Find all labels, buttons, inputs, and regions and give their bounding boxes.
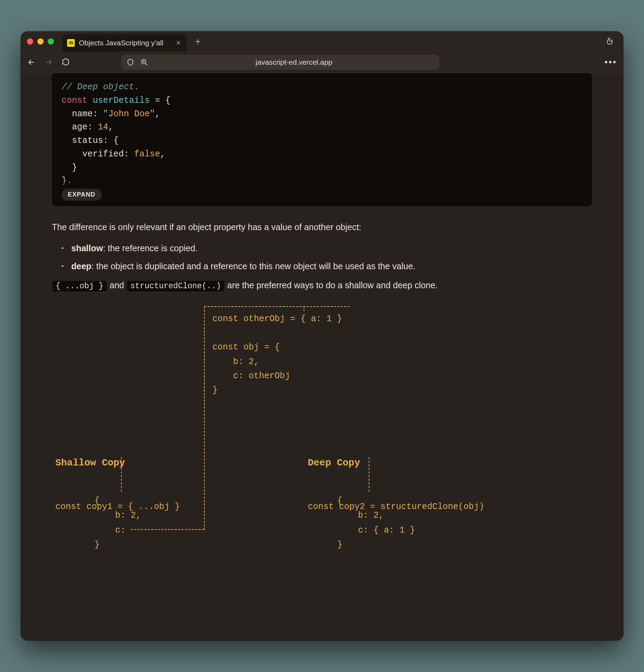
bullet-label: shallow <box>71 243 103 253</box>
new-tab-button[interactable]: + <box>192 36 204 47</box>
code-prop: verified: <box>62 149 134 159</box>
paragraph: { ...obj } and structuredClone(..) are t… <box>52 279 592 292</box>
fullscreen-window-button[interactable] <box>48 38 54 45</box>
favicon-js-icon: JS <box>67 39 75 47</box>
bullet-list: shallow: the reference is copied. deep: … <box>62 242 592 273</box>
page-content: // Deep object. const userDetails = { na… <box>21 73 623 641</box>
browser-window: JS Objects JavaScripting y'all × + <box>21 31 623 641</box>
back-button[interactable] <box>27 58 36 67</box>
diagram-source-code: const otherObj = { a: 1 } const obj = { … <box>204 306 350 402</box>
code-punc: }. <box>62 176 72 186</box>
zoom-icon[interactable] <box>140 58 148 66</box>
list-item: deep: the object is duplicated and a ref… <box>62 260 592 273</box>
list-item: shallow: the reference is copied. <box>62 242 592 255</box>
clone-diagram: const otherObj = { a: 1 } const obj = { … <box>52 302 592 544</box>
diagram-shallow-title: Shallow Copy <box>55 455 180 471</box>
toolbar: javascript-ed.vercel.app ••• <box>21 52 623 73</box>
shield-icon[interactable] <box>127 58 134 66</box>
text-and: and <box>107 280 127 290</box>
flame-icon[interactable] <box>606 36 614 47</box>
inline-code-structured-clone: structuredClone(..) <box>127 280 225 292</box>
code-punc: , <box>155 109 160 119</box>
code-block: // Deep object. const userDetails = { na… <box>52 73 592 206</box>
diagram-connector <box>204 306 205 530</box>
minimize-window-button[interactable] <box>37 38 44 45</box>
close-tab-button[interactable]: × <box>176 38 181 47</box>
diagram-deep-title: Deep Copy <box>308 455 484 471</box>
diagram-shallow-result-text: { b: 2, c: } <box>94 494 141 553</box>
code-identifier: userDetails <box>93 96 150 106</box>
diagram-connector <box>369 457 369 492</box>
code-keyword: const <box>62 96 88 106</box>
diagram-connector <box>121 457 122 492</box>
paragraph: The difference is only relevant if an ob… <box>52 221 592 234</box>
code-punc: } <box>62 163 77 173</box>
titlebar: JS Objects JavaScripting y'all × + <box>21 31 623 52</box>
reload-button[interactable] <box>62 58 70 67</box>
bullet-label: deep <box>71 261 91 271</box>
diagram-deep-result: { b: 2, c: { a: 1 } } <box>337 494 415 553</box>
bullet-text: : the reference is copied. <box>103 243 198 253</box>
code-number: 14 <box>98 122 108 132</box>
diagram-source-text: const otherObj = { a: 1 } const obj = { … <box>212 312 342 398</box>
code-string: "John Doe" <box>103 109 155 119</box>
close-window-button[interactable] <box>27 38 33 45</box>
expand-button[interactable]: EXPAND <box>62 189 102 201</box>
diagram-deep-result-text: { b: 2, c: { a: 1 } } <box>337 494 415 553</box>
code-prop: age: <box>62 122 98 132</box>
window-controls <box>27 38 54 45</box>
code-punc: , <box>160 149 165 159</box>
code-punc: = { <box>150 96 171 106</box>
bullet-text: : the object is duplicated and a referen… <box>91 261 415 271</box>
overflow-menu-button[interactable]: ••• <box>605 57 617 67</box>
code-prop: name: <box>62 109 103 119</box>
forward-button[interactable] <box>44 58 53 67</box>
code-punc: , <box>108 122 113 132</box>
diagram-shallow-result: { b: 2, c: } <box>94 494 141 553</box>
text-rest: are the preferred ways to do a shallow a… <box>225 280 438 290</box>
inline-code-spread: { ...obj } <box>52 280 107 292</box>
code-comment: // Deep object. <box>62 82 139 92</box>
browser-tab[interactable]: JS Objects JavaScripting y'all × <box>62 34 187 52</box>
code-prop: status: { <box>62 136 119 146</box>
tab-title: Objects JavaScripting y'all <box>79 39 163 47</box>
url-text: javascript-ed.vercel.app <box>154 58 434 66</box>
url-bar[interactable]: javascript-ed.vercel.app <box>121 55 439 70</box>
code-text: // Deep object. const userDetails = { na… <box>62 81 582 188</box>
code-bool: false <box>134 149 160 159</box>
